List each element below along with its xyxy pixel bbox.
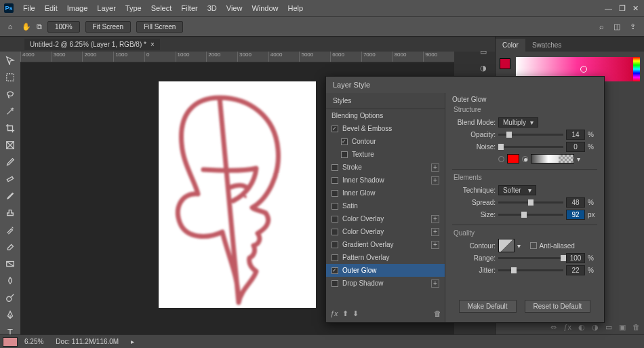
reset-default-button[interactable]: Reset to Default [525,300,591,313]
adjustment-icon[interactable]: ◑ [592,323,599,332]
jitter-input[interactable]: 22 [566,265,585,275]
scroll-all-icon[interactable]: ⧉ [37,22,42,31]
row-gradient-overlay[interactable]: Gradient Overlay+ [326,238,445,251]
technique-select[interactable]: Softer▾ [498,185,536,195]
menu-help[interactable]: Help [288,4,304,12]
color-radio[interactable] [498,156,504,162]
share-icon[interactable]: ⇪ [630,22,636,31]
crop-tool-icon[interactable] [3,122,17,134]
menu-window[interactable]: Window [251,4,278,12]
trash-icon[interactable]: 🗑 [632,323,640,332]
row-inner-glow[interactable]: Inner Glow [326,187,445,199]
history-brush-icon[interactable] [3,224,17,236]
blur-tool-icon[interactable] [3,275,17,287]
antialias-checkbox[interactable] [530,242,537,249]
menu-filter[interactable]: Filter [181,4,197,12]
range-input[interactable]: 100 [566,253,585,263]
panel-icon[interactable]: ▭ [478,46,489,57]
eyedropper-tool-icon[interactable] [3,156,17,168]
menu-view[interactable]: View [226,4,243,12]
row-bevel-emboss[interactable]: Bevel & Emboss [326,122,445,135]
tab-color[interactable]: Color [496,39,525,52]
status-zoom[interactable]: 6.25% [24,338,43,345]
close-tab-icon[interactable]: × [150,41,155,48]
row-contour[interactable]: Contour [326,135,445,148]
document-tab[interactable]: Untitled-2 @ 6.25% (Layer 1, RGB/8) * × [24,39,160,50]
new-layer-icon[interactable]: ▣ [619,323,626,332]
noise-slider[interactable] [498,146,563,148]
row-color-overlay[interactable]: Color Overlay+ [326,212,445,225]
frame-tool-icon[interactable] [3,139,17,151]
noise-input[interactable]: 0 [566,142,585,152]
restore-icon[interactable]: ❐ [619,4,626,13]
fg-bg-swatch[interactable] [500,58,512,71]
row-color-overlay-2[interactable]: Color Overlay+ [326,225,445,238]
stamp-tool-icon[interactable] [3,207,17,219]
make-default-button[interactable]: Make Default [459,300,517,313]
checkbox-icon[interactable] [341,138,348,145]
spread-input[interactable]: 48 [566,197,585,208]
workspace-icon[interactable]: ◫ [613,22,620,31]
heal-tool-icon[interactable] [3,173,17,185]
lasso-tool-icon[interactable] [3,88,17,100]
add-icon[interactable]: + [431,279,439,288]
checkbox-icon[interactable] [331,280,338,287]
row-satin[interactable]: Satin [326,199,445,212]
fx-icon[interactable]: ƒx [330,309,338,317]
marquee-tool-icon[interactable] [3,71,17,83]
row-pattern-overlay[interactable]: Pattern Overlay [326,251,445,264]
add-icon[interactable]: + [431,228,439,236]
menu-file[interactable]: File [23,4,35,12]
menu-edit[interactable]: Edit [45,4,58,12]
add-icon[interactable]: + [431,163,439,172]
add-icon[interactable]: + [431,241,439,249]
row-outer-glow[interactable]: Outer Glow [326,264,445,277]
brush-tool-icon[interactable] [3,190,17,202]
pen-tool-icon[interactable] [3,309,17,321]
row-blending-options[interactable]: Blending Options [326,109,445,122]
checkbox-icon[interactable] [331,229,338,235]
menu-select[interactable]: Select [151,4,172,12]
move-tool-icon[interactable] [3,54,17,66]
up-icon[interactable]: ⬆ [342,309,348,317]
opacity-input[interactable]: 14 [566,130,585,140]
checkbox-icon[interactable] [331,190,338,197]
blend-mode-select[interactable]: Multiply▾ [498,117,538,128]
foreground-swatch[interactable] [3,337,18,347]
range-slider[interactable] [498,257,563,259]
zoom-select[interactable]: 100% [47,21,80,33]
hue-strip[interactable] [633,57,640,81]
jitter-slider[interactable] [498,269,563,271]
chevron-down-icon[interactable]: ▾ [577,155,580,163]
eraser-tool-icon[interactable] [3,241,17,253]
row-inner-shadow[interactable]: Inner Shadow+ [326,174,445,187]
mask-icon[interactable]: ◐ [578,323,585,332]
menu-type[interactable]: Type [125,4,142,12]
checkbox-icon[interactable] [331,254,338,261]
close-icon[interactable]: ✕ [632,4,639,13]
menu-image[interactable]: Image [67,4,88,12]
checkbox-icon[interactable] [331,125,338,132]
dodge-tool-icon[interactable] [3,292,17,304]
gradient-radio[interactable] [522,156,528,162]
row-drop-shadow[interactable]: Drop Shadow+ [326,277,445,290]
panel-icon[interactable]: ◑ [478,62,489,73]
checkbox-icon[interactable] [331,241,338,248]
fx-icon[interactable]: ƒx [563,323,571,332]
trash-icon[interactable]: 🗑 [434,309,441,318]
status-chevron-icon[interactable]: ▸ [131,338,134,345]
home-icon[interactable]: ⌂ [4,22,16,31]
row-texture[interactable]: Texture [326,148,445,161]
menu-3d[interactable]: 3D [207,4,217,12]
checkbox-icon[interactable] [341,151,348,158]
contour-picker[interactable] [498,239,515,252]
document-canvas[interactable] [159,81,316,308]
size-input[interactable]: 92 [566,210,585,220]
glow-color-swatch[interactable] [507,154,519,163]
down-icon[interactable]: ⬇ [353,309,359,317]
row-stroke[interactable]: Stroke+ [326,161,445,174]
checkbox-icon[interactable] [331,216,338,223]
tab-swatches[interactable]: Swatches [525,39,568,52]
checkbox-icon[interactable] [331,203,338,210]
fill-screen-button[interactable]: Fill Screen [136,21,183,33]
